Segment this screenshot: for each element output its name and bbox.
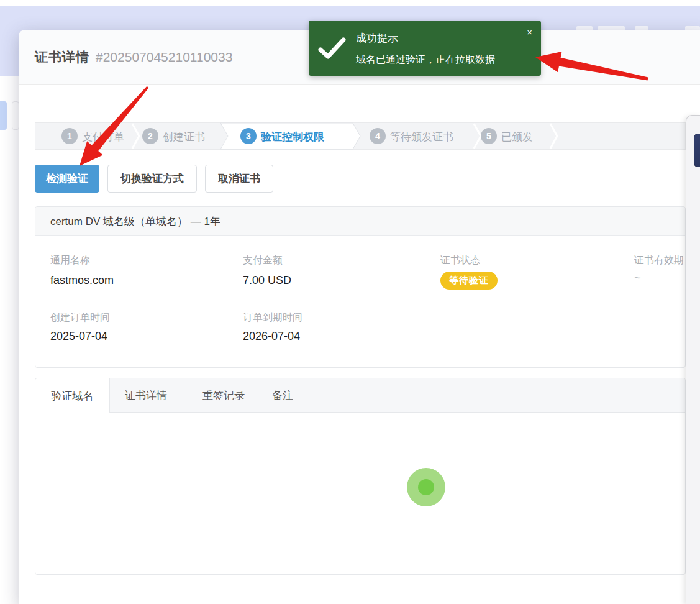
page-title: 证书详情 <box>35 48 89 66</box>
step-2-circle: 2 <box>142 128 158 144</box>
check-validation-button[interactable]: 检测验证 <box>35 165 99 193</box>
step-1-label: 支付订单 <box>82 130 124 144</box>
certificate-validity-label: 证书有效期 <box>634 254 684 267</box>
step-5-label: 已颁发 <box>501 130 533 144</box>
step-5-circle: 5 <box>481 128 497 144</box>
step-3-circle: 3 <box>240 128 257 144</box>
close-icon[interactable]: × <box>527 27 532 38</box>
certificate-product-title: certum DV 域名级（单域名） — 1年 <box>50 214 220 229</box>
tab-validate-domain[interactable]: 验证域名 <box>35 378 110 413</box>
order-created-label: 创建订单时间 <box>50 311 110 324</box>
paid-amount-label: 支付金额 <box>243 254 283 267</box>
order-expire-label: 订单到期时间 <box>243 311 302 324</box>
screenshot-canvas: 证书详情 #202507045210110033 1 支付订单 2 创建证书 3… <box>0 0 700 604</box>
step-2-label: 创建证书 <box>163 130 205 144</box>
toast-message: 域名已通过验证，正在拉取数据 <box>356 53 495 66</box>
certificate-status-label: 证书状态 <box>440 254 480 267</box>
paid-amount-value: 7.00 USD <box>243 274 291 287</box>
background-divider <box>0 145 19 145</box>
tab-certificate-detail[interactable]: 证书详情 <box>125 378 167 413</box>
order-number: #202507045210110033 <box>96 50 232 65</box>
background-sidebar-tab <box>0 101 7 130</box>
cancel-certificate-button[interactable]: 取消证书 <box>205 165 273 193</box>
switch-validation-method-button[interactable]: 切换验证方式 <box>107 165 197 193</box>
order-created-value: 2025-07-04 <box>50 330 107 343</box>
background-divider <box>0 181 19 181</box>
detail-tabs-card: 验证域名 证书详情 重签记录 备注 <box>35 378 686 575</box>
action-button-row: 检测验证 切换验证方式 取消证书 <box>35 165 273 193</box>
step-3-label: 验证控制权限 <box>261 130 324 144</box>
order-expire-value: 2026-07-04 <box>243 330 300 343</box>
step-1-circle: 1 <box>61 128 78 144</box>
common-name-label: 通用名称 <box>50 254 90 267</box>
loading-spinner-inner <box>418 479 434 495</box>
status-badge: 等待验证 <box>440 272 498 290</box>
success-toast: 成功提示 域名已通过验证，正在拉取数据 × <box>309 21 541 76</box>
tab-remarks[interactable]: 备注 <box>272 378 293 413</box>
toast-title: 成功提示 <box>356 31 398 45</box>
modal-title-wrap: 证书详情 #202507045210110033 <box>35 30 232 85</box>
common-name-value: fastmos.com <box>50 274 114 287</box>
certificate-info-card: certum DV 域名级（单域名） — 1年 通用名称 fastmos.com… <box>35 206 686 368</box>
step-4-circle: 4 <box>370 128 386 144</box>
success-check-icon <box>317 37 347 63</box>
tab-reissue-history[interactable]: 重签记录 <box>202 378 245 413</box>
right-floating-panel <box>686 115 700 604</box>
progress-stepper <box>35 122 686 150</box>
step-4-label: 等待颁发证书 <box>390 130 453 144</box>
background-top-strip <box>0 0 700 6</box>
certificate-validity-value: ~ <box>634 272 641 285</box>
stepper-track <box>35 122 686 150</box>
panel-handle-button[interactable] <box>694 134 700 167</box>
